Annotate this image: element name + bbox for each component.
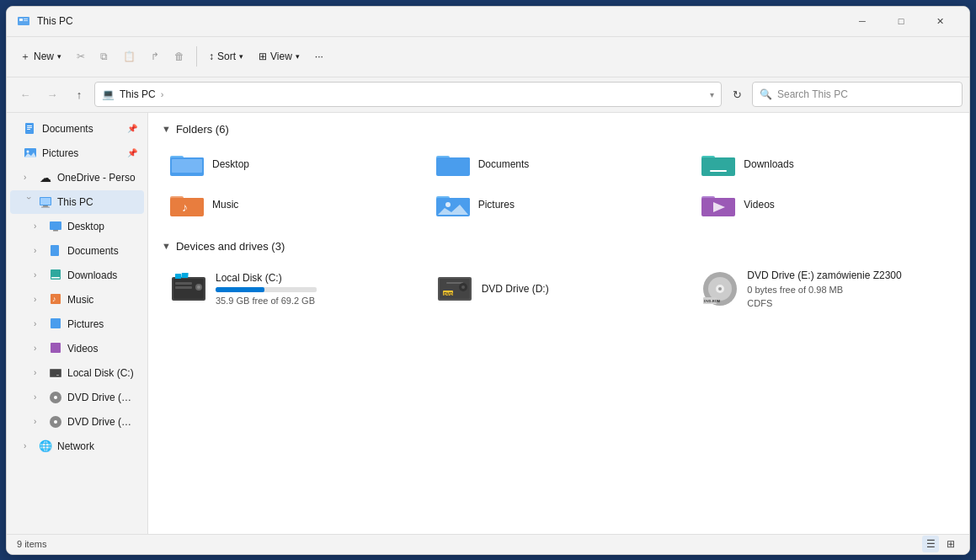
- cut-button[interactable]: ✂: [70, 41, 92, 72]
- svg-text:DVD-ROM: DVD-ROM: [704, 299, 721, 303]
- folder-pictures-label: Pictures: [478, 199, 515, 211]
- svg-text:♪: ♪: [182, 200, 188, 214]
- folder-desktop-icon: [170, 151, 204, 178]
- list-view-button[interactable]: ☰: [922, 536, 939, 552]
- svg-rect-6: [27, 127, 32, 128]
- expand-icon-pics2: ›: [34, 319, 44, 328]
- sidebar-documents-label: Documents: [42, 123, 93, 135]
- sidebar-item-documents2[interactable]: › Documents: [10, 239, 144, 263]
- forward-button[interactable]: →: [40, 83, 64, 106]
- svg-rect-12: [40, 198, 51, 205]
- folder-pictures[interactable]: Pictures: [428, 186, 691, 223]
- refresh-button[interactable]: ↻: [725, 83, 749, 106]
- sidebar-item-documents-pinned[interactable]: Documents 📌: [10, 117, 144, 141]
- sidebar-documents2-label: Documents: [67, 245, 119, 257]
- close-button[interactable]: ✕: [920, 8, 959, 35]
- svg-rect-2: [24, 19, 28, 19]
- desktop-icon: [49, 220, 62, 233]
- svg-rect-27: [56, 375, 59, 376]
- new-button[interactable]: ＋ New ▾: [13, 41, 68, 72]
- drive-dvdd-icon: DVD: [436, 270, 473, 307]
- folder-documents[interactable]: Documents: [428, 146, 691, 183]
- sort-chevron-icon: ▾: [239, 52, 243, 61]
- delete-button[interactable]: 🗑: [168, 41, 191, 72]
- svg-rect-0: [18, 17, 29, 25]
- sidebar-item-desktop[interactable]: › Desktop: [10, 215, 144, 238]
- folder-music[interactable]: ♪ Music: [162, 186, 424, 223]
- svg-rect-60: [175, 286, 192, 289]
- drives-section-header: ▼ Devices and drives (3): [162, 240, 956, 253]
- grid-view-button[interactable]: ⊞: [942, 536, 959, 552]
- sidebar-pictures2-label: Pictures: [67, 318, 104, 330]
- drive-local-info: Local Disk (C:) 35.9 GB free of 69.2 GB: [216, 272, 317, 306]
- copy-button[interactable]: ⧉: [93, 41, 115, 72]
- drives-toggle[interactable]: ▼: [162, 241, 171, 251]
- folder-desktop[interactable]: Desktop: [162, 146, 424, 183]
- svg-rect-15: [50, 221, 61, 230]
- expand-icon-videos: ›: [34, 344, 44, 353]
- sidebar-item-dvd2[interactable]: › DVD Drive (E:) za: [10, 410, 144, 434]
- expand-icon-network: ›: [24, 441, 34, 451]
- folders-toggle[interactable]: ▼: [162, 124, 171, 134]
- folder-downloads[interactable]: Downloads: [693, 146, 956, 183]
- svg-rect-69: [446, 282, 463, 284]
- sidebar-item-localdisk[interactable]: › Local Disk (C:): [10, 361, 144, 385]
- move-button[interactable]: ↱: [144, 41, 166, 72]
- drive-dvdd[interactable]: DVD DVD Drive (D:): [428, 263, 691, 315]
- folder-videos[interactable]: Videos: [693, 186, 956, 223]
- window-controls: ─ □ ✕: [843, 8, 959, 35]
- folder-desktop-label: Desktop: [212, 158, 249, 170]
- sidebar-item-thispc[interactable]: › This PC: [10, 190, 144, 214]
- svg-rect-59: [175, 282, 192, 285]
- expand-icon-onedrive: ›: [24, 173, 34, 182]
- expand-icon-desktop: ›: [34, 221, 44, 231]
- sidebar-downloads-label: Downloads: [67, 269, 117, 281]
- svg-rect-24: [51, 343, 61, 353]
- expand-icon-docs2: ›: [34, 246, 44, 255]
- svg-rect-38: [436, 157, 470, 174]
- paste-icon: 📋: [123, 51, 136, 62]
- sidebar-item-dvd1[interactable]: › DVD Drive (E:) z: [10, 386, 144, 409]
- drive-dvde[interactable]: DVD-ROM DVD Drive (E:) zamówienie Z2300 …: [693, 263, 956, 315]
- titlebar: This PC ─ □ ✕: [7, 7, 969, 37]
- address-box[interactable]: 💻 This PC › ▾: [94, 82, 722, 107]
- list-view-icon: ☰: [926, 538, 936, 550]
- new-chevron-icon: ▾: [57, 52, 61, 61]
- svg-point-31: [54, 420, 57, 424]
- items-count: 9 items: [17, 539, 46, 549]
- expand-icon-localdisk: ›: [34, 368, 44, 377]
- search-box[interactable]: 🔍 Search This PC: [752, 82, 963, 107]
- sort-label: Sort: [217, 51, 236, 62]
- maximize-button[interactable]: □: [882, 8, 920, 35]
- svg-point-51: [445, 202, 451, 207]
- sidebar-item-music[interactable]: › ♪ Music: [10, 288, 144, 312]
- expand-icon-music: ›: [34, 295, 44, 304]
- docs2-icon: [49, 244, 62, 258]
- sidebar-videos-label: Videos: [67, 343, 98, 355]
- sidebar-item-downloads[interactable]: › Downloads: [10, 264, 144, 287]
- sidebar-pictures-label: Pictures: [42, 147, 78, 159]
- sidebar-item-pictures-pinned[interactable]: Pictures 📌: [10, 141, 144, 165]
- drive-dvdd-name: DVD Drive (D:): [482, 283, 549, 295]
- svg-point-75: [718, 287, 722, 291]
- expand-icon-dvd1: ›: [34, 392, 44, 402]
- more-button[interactable]: ···: [308, 41, 330, 72]
- up-button[interactable]: ↑: [67, 83, 91, 106]
- drive-dvde-sub: CDFS: [747, 298, 901, 308]
- back-button[interactable]: ←: [13, 83, 37, 106]
- main-area: Documents 📌 Pictures 📌 › ☁ OneDrive - Pe…: [7, 113, 969, 534]
- paste-button[interactable]: 📋: [116, 41, 142, 72]
- drive-dvde-name: DVD Drive (E:) zamówienie Z2300: [747, 269, 901, 281]
- sort-button[interactable]: ↕ Sort ▾: [202, 41, 250, 72]
- sidebar-item-onedrive[interactable]: › ☁ OneDrive - Perso: [10, 166, 144, 189]
- toolbar: ＋ New ▾ ✂ ⧉ 📋 ↱ 🗑 ↕ Sort ▾ ⊞ View ▾: [7, 37, 969, 77]
- svg-rect-64: [181, 273, 189, 278]
- sidebar-item-pictures2[interactable]: › Pictures: [10, 312, 144, 336]
- sidebar-item-videos[interactable]: › Videos: [10, 337, 144, 360]
- drive-local[interactable]: Local Disk (C:) 35.9 GB free of 69.2 GB: [162, 263, 424, 315]
- minimize-button[interactable]: ─: [843, 8, 882, 35]
- drives-title: Devices and drives (3): [176, 240, 285, 253]
- view-button[interactable]: ⊞ View ▾: [252, 41, 307, 72]
- delete-icon: 🗑: [174, 51, 184, 62]
- sidebar-item-network[interactable]: › 🌐 Network: [10, 435, 144, 458]
